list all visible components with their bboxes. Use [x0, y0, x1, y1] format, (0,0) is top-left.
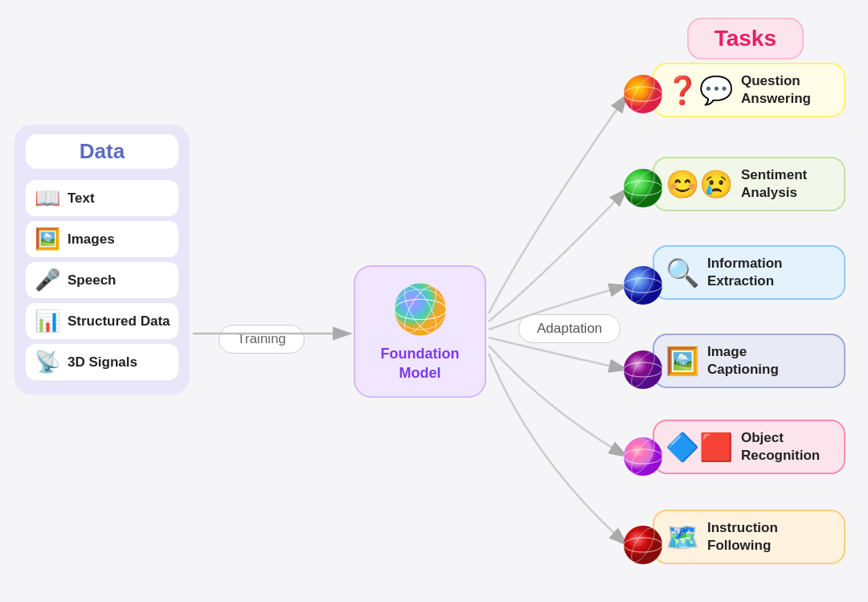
data-item-label-text: Text	[68, 190, 95, 207]
task-label-sentiment: SentimentAnalysis	[741, 166, 807, 202]
data-item-structured: 📊 Structured Data	[26, 303, 178, 339]
svg-point-0	[394, 284, 446, 336]
data-title: Data	[26, 134, 178, 169]
foundation-model-box: Foundation Model	[354, 265, 486, 398]
task-label-caption: ImageCaptioning	[707, 343, 779, 379]
data-item-images: 🖼️ Images	[26, 221, 178, 257]
task-icon-info: 🔍	[665, 256, 699, 289]
task-icon-sentiment: 😊😢	[665, 168, 733, 200]
speech-icon: 🎤	[34, 268, 61, 293]
task-label-info: InformationExtraction	[707, 255, 783, 290]
data-panel: Data 📖 Text 🖼️ Images 🎤 Speech 📊 Structu…	[14, 125, 190, 395]
task-card-info: 🔍 InformationExtraction	[653, 245, 845, 300]
data-item-3d: 📡 3D Signals	[26, 344, 178, 380]
data-item-label-structured: Structured Data	[68, 313, 170, 330]
foundation-sphere-icon	[391, 281, 449, 338]
structured-icon: 📊	[34, 309, 61, 334]
task-label-instruction: InstructionFollowing	[707, 519, 778, 555]
data-item-label-speech: Speech	[68, 272, 116, 289]
task-icon-object: 🔷🟥	[665, 431, 733, 463]
tasks-title: Tasks	[687, 18, 804, 59]
task-label-object: ObjectRecognition	[741, 429, 820, 465]
task-icon-qa: ❓💬	[665, 74, 733, 106]
task-icon-caption: 🖼️	[665, 345, 699, 377]
task-card-caption: 🖼️ ImageCaptioning	[653, 334, 845, 388]
task-icon-instruction: 🗺️	[665, 521, 699, 553]
adaptation-label: Adaptation	[518, 314, 620, 343]
data-item-speech: 🎤 Speech	[26, 262, 178, 298]
data-item-label-images: Images	[68, 231, 115, 248]
data-item-text: 📖 Text	[26, 180, 178, 216]
task-card-qa: ❓💬 QuestionAnswering	[653, 63, 845, 117]
text-icon: 📖	[34, 186, 61, 211]
images-icon: 🖼️	[34, 227, 61, 252]
training-label: Training	[219, 325, 305, 354]
task-card-object: 🔷🟥 ObjectRecognition	[653, 420, 845, 474]
data-items-list: 📖 Text 🖼️ Images 🎤 Speech 📊 Structured D…	[26, 180, 178, 380]
task-label-qa: QuestionAnswering	[741, 72, 811, 108]
3d-icon: 📡	[34, 350, 61, 375]
task-card-sentiment: 😊😢 SentimentAnalysis	[653, 157, 845, 211]
task-card-instruction: 🗺️ InstructionFollowing	[653, 510, 845, 564]
foundation-model-label: Foundation Model	[381, 345, 460, 383]
data-item-label-3d: 3D Signals	[68, 354, 137, 371]
